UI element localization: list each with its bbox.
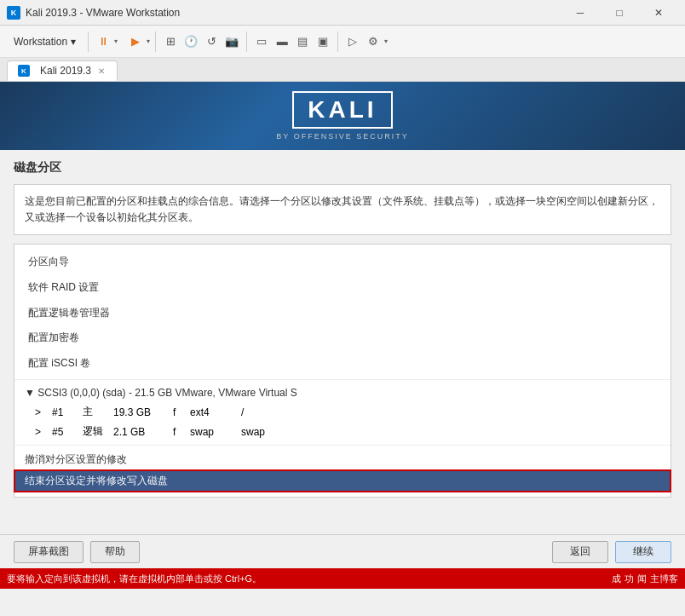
workstation-label: Workstation	[14, 36, 67, 48]
menu-iscsi-volume[interactable]: 配置 iSCSI 卷	[14, 351, 671, 377]
display-controls: ▭ ▬ ▤ ▣	[252, 32, 332, 51]
partition-5-arrow: >	[35, 426, 52, 438]
bottom-bar: 屏幕截图 帮助 返回 继续	[0, 534, 685, 568]
partition-1-fs: ext4	[190, 406, 241, 418]
partition-list: 分区向导 软件 RAID 设置 配置逻辑卷管理器 配置加密卷 配置 iSCSI …	[14, 244, 671, 498]
kali-logo-text: KALI	[308, 96, 377, 123]
menu-partition-wizard[interactable]: 分区向导	[14, 250, 671, 275]
snapshot-icon[interactable]: 🕐	[181, 32, 200, 51]
title-bar-text: Kali 2019.3 - VMware Workstation	[26, 7, 561, 19]
partition-5-fs: swap	[190, 426, 241, 438]
screenshot-button[interactable]: 屏幕截图	[14, 541, 83, 563]
partition-5-num: #5	[52, 426, 83, 438]
kali-subtitle: BY OFFENSIVE SECURITY	[276, 132, 408, 141]
vm-content-area: KALI BY OFFENSIVE SECURITY 磁盘分区 这是您目前已配置…	[0, 82, 685, 568]
unity-icon[interactable]: ▬	[273, 32, 291, 51]
partition-1-mount: /	[241, 406, 292, 418]
help-button[interactable]: 帮助	[90, 541, 140, 563]
partition-5-flag: f	[173, 426, 190, 438]
status-icon-1: 成	[612, 573, 621, 585]
section-title: 磁盘分区	[14, 160, 671, 176]
finish-row[interactable]: 结束分区设定并将修改写入磁盘	[14, 470, 671, 492]
workstation-menu[interactable]: Workstation ▾	[7, 30, 83, 54]
pause-icon[interactable]: ⏸	[94, 32, 112, 51]
partition-divider-1	[14, 379, 671, 380]
app-icon: K	[7, 6, 20, 20]
fullscreen-icon[interactable]: ▭	[252, 32, 271, 51]
tab-label: Kali 2019.3	[40, 65, 91, 77]
connect-icon[interactable]: ▤	[293, 32, 312, 51]
description-text: 这是您目前已配置的分区和挂载点的综合信息。请选择一个分区以修改其设置（文件系统、…	[25, 195, 659, 223]
tab-close-icon[interactable]: ✕	[96, 66, 106, 76]
kali-logo-box: KALI	[292, 91, 392, 129]
continue-button[interactable]: 继续	[615, 541, 671, 563]
partition-1-flag: f	[173, 406, 190, 418]
partition-divider-2	[14, 445, 671, 446]
kali-logo: KALI BY OFFENSIVE SECURITY	[276, 91, 408, 141]
play-dropdown-icon[interactable]: ▾	[147, 37, 150, 45]
partition-1-size: 19.3 GB	[113, 406, 173, 418]
partition-1-num: #1	[52, 406, 83, 418]
back-button[interactable]: 返回	[552, 541, 608, 563]
play-icon[interactable]: ▶	[126, 32, 145, 51]
preferences-icon[interactable]: ▣	[314, 32, 332, 51]
vm-tab[interactable]: K Kali 2019.3 ✕	[7, 60, 118, 81]
partition-row-1[interactable]: > #1 主 19.3 GB f ext4 /	[14, 402, 671, 422]
menu-lvm-manager[interactable]: 配置逻辑卷管理器	[14, 301, 671, 326]
tab-bar: K Kali 2019.3 ✕	[0, 58, 685, 82]
kali-banner: KALI BY OFFENSIVE SECURITY	[0, 82, 685, 150]
title-bar: K Kali 2019.3 - VMware Workstation ─ □ ✕	[0, 0, 685, 26]
status-blog: 主博客	[650, 573, 678, 585]
toolbar-sep-3	[246, 32, 247, 52]
status-right: 成 功 闻 主博客	[612, 573, 678, 585]
menu-encrypt-volume[interactable]: 配置加密卷	[14, 325, 671, 351]
status-icon-2: 功	[625, 573, 634, 585]
tab-vm-icon: K	[18, 65, 30, 77]
status-message: 要将输入定向到该虚拟机，请在虚拟机内部单击或按 Ctrl+G。	[7, 573, 262, 585]
workstation-dropdown-icon: ▾	[71, 36, 76, 48]
minimize-button[interactable]: ─	[561, 0, 600, 26]
description-box: 这是您目前已配置的分区和挂载点的综合信息。请选择一个分区以修改其设置（文件系统、…	[14, 184, 671, 235]
title-bar-controls: ─ □ ✕	[561, 0, 678, 26]
status-icon-3: 闻	[637, 573, 647, 585]
snapshot-manager-icon[interactable]: 📷	[222, 32, 241, 51]
status-bar: 要将输入定向到该虚拟机，请在虚拟机内部单击或按 Ctrl+G。 成 功 闻 主博…	[0, 568, 685, 589]
settings-dropdown-icon[interactable]: ▾	[384, 37, 388, 45]
toolbar-sep-4	[337, 32, 338, 52]
toolbar-sep-2	[155, 32, 156, 52]
maximize-button[interactable]: □	[600, 0, 639, 26]
toolbar: Workstation ▾ ⏸ ▾ ▶ ▾ ⊞ 🕐 ↺ 📷 ▭ ▬ ▤ ▣ ▷ …	[0, 26, 685, 58]
partition-5-size: 2.1 GB	[113, 426, 173, 438]
partition-row-5[interactable]: > #5 逻辑 2.1 GB f swap swap	[14, 422, 671, 441]
undo-row[interactable]: 撤消对分区设置的修改	[14, 449, 671, 470]
settings-icon[interactable]: ⚙	[364, 32, 383, 51]
extra-controls: ▷ ⚙ ▾	[343, 32, 388, 51]
partition-1-type: 主	[83, 405, 113, 419]
partition-1-arrow: >	[35, 406, 52, 418]
disk-label: ▼ SCSI3 (0,0,0) (sda) - 21.5 GB VMware, …	[25, 387, 297, 399]
partition-5-type: 逻辑	[83, 424, 113, 439]
power-controls: ⏸ ▾ ▶ ▾	[94, 32, 150, 51]
menu-software-raid[interactable]: 软件 RAID 设置	[14, 275, 671, 301]
disk-row[interactable]: ▼ SCSI3 (0,0,0) (sda) - 21.5 GB VMware, …	[14, 383, 671, 402]
revert-icon[interactable]: ↺	[202, 32, 221, 51]
close-button[interactable]: ✕	[639, 0, 678, 26]
toolbar-sep-1	[88, 32, 89, 52]
pause-dropdown-icon[interactable]: ▾	[114, 37, 118, 45]
send-ctrl-alt-del-icon[interactable]: ⊞	[161, 32, 180, 51]
terminal-icon[interactable]: ▷	[343, 32, 362, 51]
view-controls: ⊞ 🕐 ↺ 📷	[161, 32, 241, 51]
installer-body: 磁盘分区 这是您目前已配置的分区和挂载点的综合信息。请选择一个分区以修改其设置（…	[0, 150, 685, 534]
partition-5-mount: swap	[241, 426, 292, 438]
